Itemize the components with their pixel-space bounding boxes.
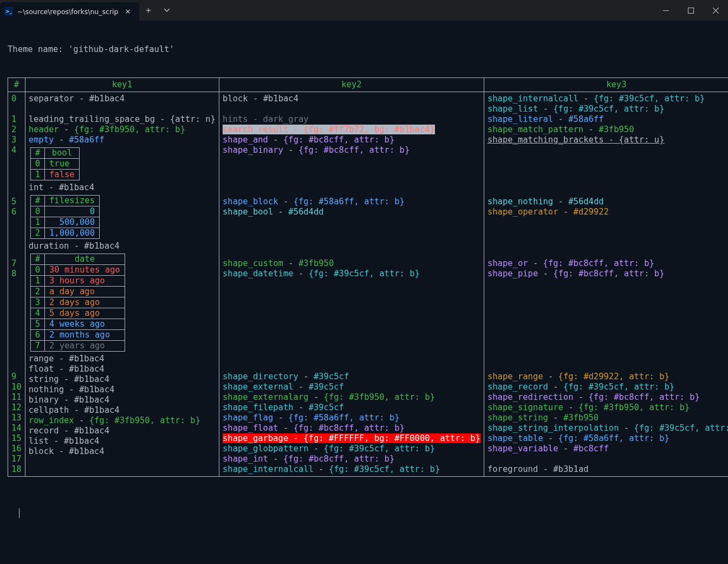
window-controls — [653, 2, 728, 19]
window-titlebar: >_ ~\source\repos\forks\nu_scrip ✕ ＋ — [0, 0, 728, 21]
theme-table: # key1 key2 key3 01234567891011121314151… — [8, 77, 728, 477]
minimize-button[interactable] — [653, 2, 678, 19]
col-header-key1: key1 — [25, 78, 219, 92]
col-header-idx: # — [8, 78, 25, 92]
col-header-key2: key2 — [219, 78, 484, 92]
close-tab-icon[interactable]: ✕ — [122, 8, 133, 16]
terminal-pane[interactable]: Theme name: 'github-dark-default' # key1… — [0, 21, 728, 518]
new-tab-button[interactable]: ＋ — [139, 1, 158, 20]
close-button[interactable] — [703, 2, 728, 19]
tab-title: ~\source\repos\forks\nu_scrip — [17, 8, 118, 16]
subtable-boolean: #bool0true1false — [30, 147, 80, 180]
cursor — [19, 508, 20, 518]
tab-nuscripts[interactable]: >_ ~\source\repos\forks\nu_scrip ✕ — [0, 2, 139, 21]
svg-rect-0 — [663, 10, 669, 11]
tab-area: >_ ~\source\repos\forks\nu_scrip ✕ ＋ — [0, 0, 176, 21]
svg-rect-1 — [688, 8, 693, 13]
col-header-key3: key3 — [484, 78, 728, 92]
powershell-icon: >_ — [4, 7, 13, 16]
subtable-filesizes: #filesizes001500,00021,000,000 — [30, 195, 100, 239]
subtable-dates: #date030 minutes ago13 hours ago2a day a… — [30, 254, 125, 352]
maximize-button[interactable] — [678, 2, 703, 19]
tab-dropdown-icon[interactable] — [158, 1, 176, 20]
theme-name-line: Theme name: 'github-dark-default' — [8, 44, 720, 55]
